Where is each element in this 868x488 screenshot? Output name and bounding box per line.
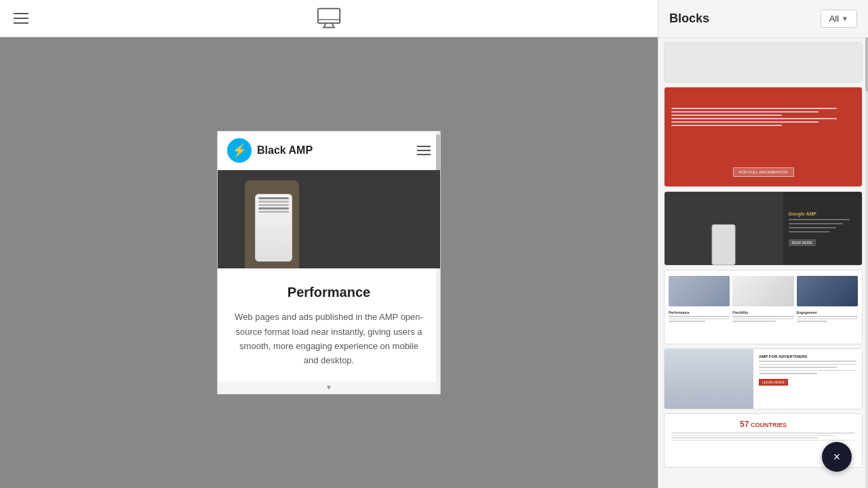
block3-line-4 [789, 231, 829, 232]
amp-hamburger-icon[interactable] [417, 146, 431, 155]
sidebar-title: Blocks [669, 12, 709, 26]
canvas-area: ⚡ Black AMP [0, 37, 658, 488]
block4-col-1: Performance [669, 310, 730, 322]
block6-title: 57 COUNTRIES [671, 420, 855, 429]
preview-frame: ⚡ Black AMP [217, 131, 441, 394]
sidebar-scrollbar-thumb [865, 37, 868, 92]
amp-header: ⚡ Black AMP [218, 131, 440, 170]
block-item-1[interactable] [664, 42, 863, 83]
phone-line-2 [258, 201, 289, 203]
preview-hero-image [218, 170, 440, 268]
block4-col3-line3 [797, 321, 827, 322]
block-item-2[interactable]: FOR FULL INFORMATION [664, 87, 863, 187]
preview-content-section: Performance Web pages and ads published … [218, 268, 440, 382]
block2-line-5 [671, 121, 818, 123]
block-item-5[interactable]: AMP FOR ADVERTISERS LEARN MORE [664, 348, 863, 409]
block4-col1-line2 [669, 319, 730, 320]
block3-line-1 [789, 219, 850, 220]
sidebar-header: Blocks All ▼ [658, 0, 868, 38]
svg-line-1 [324, 23, 326, 27]
block5-line-4 [759, 370, 856, 371]
block5-cta: LEARN MORE [759, 379, 788, 386]
block2-line-6 [671, 125, 782, 126]
block4-col3-line1 [797, 316, 858, 317]
block3-line-2 [789, 223, 843, 224]
block4-col3-line2 [797, 319, 858, 320]
block4-col1-title: Performance [669, 310, 730, 314]
block4-col-2: Flexibility [732, 310, 793, 322]
block-item-3[interactable]: Google AMP READ MORE [664, 191, 863, 266]
close-icon: × [833, 450, 841, 464]
block2-line-1 [671, 108, 837, 109]
amp-bolt-symbol: ⚡ [232, 144, 247, 157]
phone-line-1 [258, 197, 289, 199]
block4-col2-line3 [732, 321, 775, 322]
block4-col1-line3 [669, 321, 705, 322]
block4-col3-title: Engagement [797, 310, 858, 314]
preview-scrollbar-thumb [436, 134, 440, 175]
block4-col-3: Engagement [797, 310, 858, 322]
amp-bolt-icon: ⚡ [227, 138, 252, 163]
block3-left-image [665, 192, 783, 265]
fab-close-button[interactable]: × [822, 442, 852, 472]
block6-line-2 [671, 435, 837, 436]
all-filter-button[interactable]: All ▼ [821, 9, 857, 28]
section-body-text: Web pages and ads published in the AMP o… [231, 310, 427, 368]
block5-left-image [665, 349, 753, 409]
block4-image-row [669, 276, 858, 306]
block2-line-2 [671, 111, 818, 113]
dropdown-arrow-icon: ▼ [842, 15, 848, 22]
block6-line-4 [671, 440, 855, 441]
block4-col2-line2 [732, 319, 793, 320]
blocks-list: FOR FULL INFORMATION Google AMP READ MOR… [658, 38, 868, 488]
block6-number: 57 [740, 420, 749, 429]
header-bar [0, 0, 658, 37]
main-canvas-area: ⚡ Black AMP [0, 0, 658, 488]
block3-google-amp-label: Google AMP [789, 211, 856, 216]
svg-rect-0 [318, 9, 340, 24]
amp-logo-area: ⚡ Black AMP [227, 138, 313, 163]
block4-col2-title: Flexibility [732, 310, 793, 314]
menu-icon[interactable] [14, 13, 28, 24]
block4-image-2 [732, 276, 793, 306]
preview-bottom-scroll[interactable]: ▼ [218, 382, 440, 394]
section-heading: Performance [231, 285, 427, 300]
hero-phone-screen [256, 195, 292, 261]
block2-cta: FOR FULL INFORMATION [733, 167, 794, 177]
phone-line-4 [258, 207, 289, 209]
block5-line-5 [759, 373, 817, 374]
block5-line-2 [759, 364, 856, 365]
block4-image-1 [669, 276, 730, 306]
phone-line-3 [258, 204, 289, 206]
block2-line-4 [671, 118, 837, 119]
block4-image-3 [797, 276, 858, 306]
block-item-4[interactable]: Performance Flexibility Engagement [664, 270, 863, 344]
right-sidebar: Blocks All ▼ FOR FULL INFORMATION [658, 0, 868, 488]
block2-line-3 [671, 115, 782, 116]
svg-line-2 [332, 23, 334, 27]
sidebar-scrollbar[interactable] [865, 37, 868, 488]
block5-right-content: AMP FOR ADVERTISERS LEARN MORE [753, 349, 862, 409]
block4-col2-line1 [732, 316, 793, 317]
block5-line-3 [759, 367, 837, 368]
block4-columns: Performance Flexibility Engagement [669, 310, 858, 322]
block6-line-3 [671, 437, 818, 439]
block2-text-lines [671, 108, 855, 126]
scroll-down-arrow: ▼ [326, 384, 332, 391]
monitor-icon [317, 6, 341, 30]
block4-col1-line1 [669, 316, 730, 317]
block6-text-lines [671, 432, 855, 441]
block3-phone-shape [712, 224, 736, 265]
phone-line-5 [258, 211, 289, 213]
block5-line-1 [759, 361, 856, 362]
amp-site-title: Black AMP [257, 144, 313, 157]
hero-phone-shape [255, 194, 292, 262]
block6-line-1 [671, 432, 855, 434]
block3-right-text: Google AMP READ MORE [783, 192, 862, 265]
block3-read-more: READ MORE [789, 239, 816, 246]
block6-label: COUNTRIES [751, 422, 787, 428]
block5-title: AMP FOR ADVERTISERS [759, 354, 856, 359]
block3-line-3 [789, 227, 836, 228]
all-button-label: All [829, 14, 839, 24]
